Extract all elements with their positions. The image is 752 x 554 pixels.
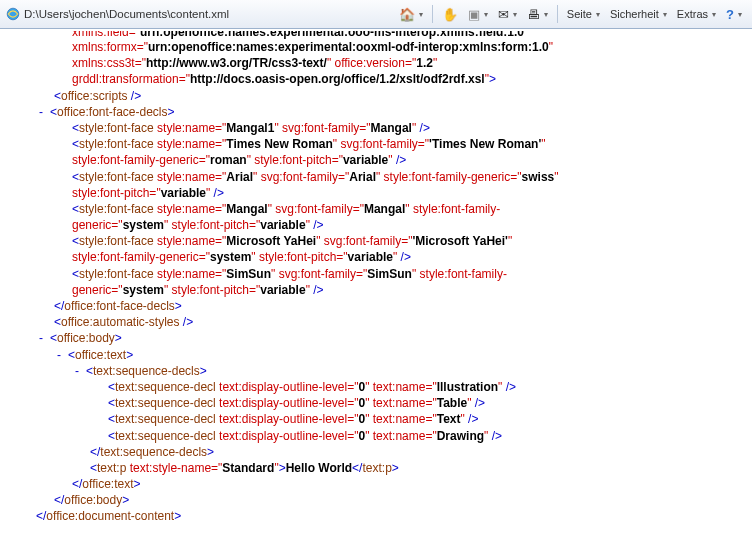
page-menu[interactable]: Seite▾ bbox=[563, 6, 604, 22]
collapse-toggle[interactable]: - bbox=[36, 331, 50, 345]
chevron-down-icon: ▾ bbox=[544, 10, 548, 19]
safety-menu[interactable]: Sicherheit▾ bbox=[606, 6, 671, 22]
mail-button[interactable]: ✉▾ bbox=[494, 6, 521, 23]
mail-icon: ✉ bbox=[498, 8, 509, 21]
collapse-toggle[interactable]: - bbox=[36, 105, 50, 119]
tools-menu[interactable]: Extras▾ bbox=[673, 6, 720, 22]
home-button[interactable]: 🏠▾ bbox=[395, 6, 427, 23]
feeds-button[interactable]: ▣▾ bbox=[464, 6, 492, 23]
hand-button[interactable]: ✋ bbox=[438, 6, 462, 23]
chevron-down-icon: ▾ bbox=[513, 10, 517, 19]
chevron-down-icon: ▾ bbox=[712, 10, 716, 19]
rss-icon: ▣ bbox=[468, 8, 480, 21]
home-icon: 🏠 bbox=[399, 8, 415, 21]
chevron-down-icon: ▾ bbox=[596, 10, 600, 19]
tools-label: Extras bbox=[677, 8, 708, 20]
toolbar-separator bbox=[557, 5, 558, 23]
toolbar-separator bbox=[432, 5, 433, 23]
chevron-down-icon: ▾ bbox=[484, 10, 488, 19]
safety-label: Sicherheit bbox=[610, 8, 659, 20]
help-icon: ? bbox=[726, 8, 734, 21]
ie-icon bbox=[6, 7, 20, 21]
address-path: D:\Users\jochen\Documents\content.xml bbox=[24, 8, 229, 20]
print-button[interactable]: 🖶▾ bbox=[523, 6, 552, 23]
help-button[interactable]: ?▾ bbox=[722, 6, 746, 23]
chevron-down-icon: ▾ bbox=[663, 10, 667, 19]
browser-toolbar: D:\Users\jochen\Documents\content.xml 🏠▾… bbox=[0, 0, 752, 29]
collapse-toggle[interactable]: - bbox=[72, 364, 86, 378]
print-icon: 🖶 bbox=[527, 8, 540, 21]
chevron-down-icon: ▾ bbox=[419, 10, 423, 19]
chevron-down-icon: ▾ bbox=[738, 10, 742, 19]
xml-content: xmlns:field="urn:openoffice:names:experi… bbox=[0, 29, 752, 533]
collapse-toggle[interactable]: - bbox=[54, 348, 68, 362]
page-label: Seite bbox=[567, 8, 592, 20]
address-bar: D:\Users\jochen\Documents\content.xml bbox=[6, 7, 229, 21]
hand-icon: ✋ bbox=[442, 8, 458, 21]
